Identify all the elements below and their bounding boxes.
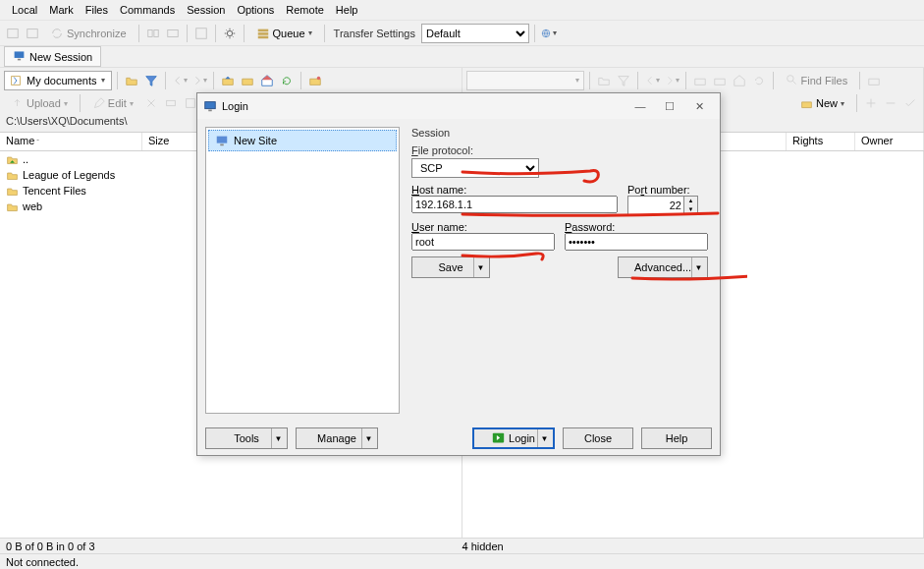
- home-icon[interactable]: [258, 72, 276, 89]
- open-folder-icon[interactable]: [123, 72, 140, 89]
- r-back-icon[interactable]: ▾: [643, 72, 661, 89]
- svg-rect-4: [167, 29, 178, 36]
- folder-icon: [6, 169, 19, 182]
- session-panel: Session File protocol: SCP Host name: Po…: [408, 127, 712, 414]
- tb-icon-2[interactable]: [24, 25, 41, 42]
- remote-location-combo[interactable]: ▾: [466, 71, 584, 90]
- new-button[interactable]: New▾: [793, 94, 851, 113]
- help-button[interactable]: Help: [641, 427, 712, 449]
- tb-icon-5[interactable]: [192, 25, 210, 42]
- globe-icon[interactable]: ▾: [540, 25, 558, 42]
- svg-point-14: [317, 76, 321, 80]
- chevron-down-icon[interactable]: ▼: [271, 428, 285, 448]
- menu-mark[interactable]: Mark: [43, 2, 79, 18]
- file-protocol-select[interactable]: SCP: [411, 158, 539, 178]
- menu-files[interactable]: Files: [80, 2, 114, 18]
- col-name[interactable]: Nameˆ: [0, 133, 142, 150]
- rename-icon[interactable]: [162, 94, 180, 112]
- menu-session[interactable]: Session: [181, 2, 231, 18]
- svg-point-6: [227, 30, 232, 35]
- menu-commands[interactable]: Commands: [114, 2, 181, 18]
- username-input[interactable]: [411, 233, 555, 251]
- refresh-icon[interactable]: [278, 72, 296, 89]
- port-up[interactable]: ▲: [684, 197, 697, 205]
- menu-remote[interactable]: Remote: [280, 2, 330, 18]
- r-forward-icon[interactable]: ▾: [663, 72, 680, 89]
- app-icon: [203, 99, 217, 113]
- r-refresh-icon[interactable]: [750, 72, 768, 89]
- synchronize-button[interactable]: Synchronize: [43, 24, 134, 43]
- port-down[interactable]: ▼: [684, 205, 697, 214]
- tb-icon-1[interactable]: [4, 25, 22, 42]
- svg-rect-17: [186, 99, 194, 108]
- gear-icon[interactable]: [221, 25, 239, 42]
- chevron-down-icon[interactable]: ▼: [473, 257, 487, 277]
- local-location-combo[interactable]: My documents ▾: [4, 71, 112, 90]
- svg-rect-3: [153, 29, 157, 36]
- new-session-tab[interactable]: New Session: [4, 46, 101, 67]
- forward-icon[interactable]: ▾: [190, 72, 208, 89]
- col-rights[interactable]: Rights: [787, 133, 855, 150]
- parent-folder-icon[interactable]: [219, 72, 237, 89]
- r-root-icon[interactable]: [711, 72, 729, 89]
- delete-icon[interactable]: [142, 94, 160, 112]
- maximize-button[interactable]: ☐: [655, 96, 684, 116]
- menu-local[interactable]: Local: [6, 2, 43, 18]
- svg-rect-16: [166, 100, 175, 105]
- folder-icon: [6, 200, 19, 213]
- dialog-titlebar[interactable]: Login — ☐ ✕: [197, 93, 720, 119]
- tools-button[interactable]: Tools▼: [205, 427, 288, 449]
- svg-rect-0: [8, 28, 19, 37]
- chevron-down-icon[interactable]: ▼: [361, 428, 375, 448]
- advanced-button[interactable]: Advanced...▼: [618, 256, 708, 278]
- port-spinner[interactable]: ▲▼: [627, 196, 708, 215]
- r-home-icon[interactable]: [731, 72, 748, 89]
- minimize-button[interactable]: —: [625, 96, 655, 116]
- chevron-down-icon[interactable]: ▼: [691, 257, 705, 277]
- dialog-footer: Tools▼ Manage▼ Login▼ Close Help: [197, 422, 720, 455]
- status-bytes: 0 B of 0 B in 0 of 3: [6, 541, 462, 552]
- host-name-label: Host name:: [411, 184, 618, 196]
- check-icon[interactable]: [901, 94, 919, 112]
- username-label: User name:: [411, 221, 555, 233]
- r-parent-icon[interactable]: [691, 72, 709, 89]
- svg-rect-12: [18, 59, 21, 61]
- r-filter-icon[interactable]: [615, 72, 632, 89]
- r-open-folder-icon[interactable]: [595, 72, 613, 89]
- menu-help[interactable]: Help: [330, 2, 364, 18]
- bookmark-icon[interactable]: [306, 72, 324, 89]
- r-bookmark-icon[interactable]: [865, 72, 883, 89]
- sites-tree[interactable]: New Site: [205, 127, 400, 414]
- transfer-settings-combo[interactable]: Default: [421, 24, 529, 43]
- port-input[interactable]: [627, 196, 684, 215]
- col-size[interactable]: Size: [142, 133, 201, 150]
- svg-rect-2: [147, 29, 151, 36]
- close-window-button[interactable]: ✕: [684, 96, 714, 116]
- chevron-down-icon[interactable]: ▼: [537, 429, 551, 447]
- root-folder-icon[interactable]: [239, 72, 256, 89]
- save-button[interactable]: Save▼: [411, 256, 490, 278]
- tb-icon-3[interactable]: [144, 25, 162, 42]
- svg-rect-18: [205, 102, 216, 109]
- login-button[interactable]: Login▼: [472, 427, 555, 449]
- close-button[interactable]: Close: [563, 427, 633, 449]
- queue-button[interactable]: Queue ▾: [249, 24, 319, 43]
- svg-rect-8: [257, 32, 268, 35]
- manage-button[interactable]: Manage▼: [296, 427, 378, 449]
- host-name-input[interactable]: [411, 196, 618, 213]
- col-owner[interactable]: Owner: [855, 133, 924, 150]
- filter-icon[interactable]: [142, 72, 160, 89]
- tb-icon-4[interactable]: [164, 25, 182, 42]
- back-icon[interactable]: ▾: [171, 72, 189, 89]
- file-protocol-label: File protocol:: [411, 144, 539, 156]
- new-site-item[interactable]: New Site: [208, 130, 397, 151]
- svg-rect-5: [195, 28, 206, 38]
- login-dialog: Login — ☐ ✕ New Site Session File protoc…: [196, 92, 721, 456]
- minus-icon[interactable]: [882, 94, 899, 112]
- find-files-button[interactable]: Find Files: [779, 71, 855, 89]
- plus-icon[interactable]: [862, 94, 880, 112]
- password-input[interactable]: [565, 233, 708, 251]
- menu-options[interactable]: Options: [231, 2, 280, 18]
- edit-button[interactable]: Edit▾: [85, 94, 140, 113]
- upload-button[interactable]: Upload▾: [4, 94, 75, 113]
